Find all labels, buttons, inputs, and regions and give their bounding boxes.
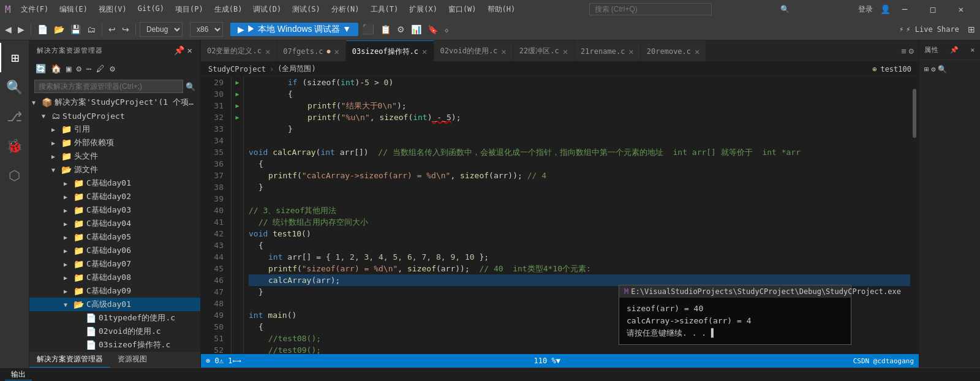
home-icon[interactable]: 🏠 xyxy=(50,62,62,75)
tab-buffer[interactable]: 22缓冲区.c ✕ xyxy=(513,40,575,62)
dots-icon[interactable]: ⋯ xyxy=(85,62,92,75)
toolbar-icon-2[interactable]: ⚙ xyxy=(394,23,407,36)
tab-fgets[interactable]: 07fgets.c ● ✕ xyxy=(277,40,346,62)
git-icon[interactable]: ⎇ xyxy=(0,102,29,131)
toolbar-icon-1[interactable]: 📋 xyxy=(378,23,393,36)
tab-buffer-close[interactable]: ✕ xyxy=(563,47,568,56)
toolbar-icon-3[interactable]: 📊 xyxy=(409,23,424,36)
new-file-button[interactable]: 📄 xyxy=(35,23,50,36)
sidebar-item-headers[interactable]: ▶ 📁 头文件 xyxy=(29,149,200,163)
menu-build[interactable]: 生成(B) xyxy=(209,3,247,16)
settings-icon[interactable]: ⚙ xyxy=(108,62,116,75)
forward-button[interactable]: ▶ xyxy=(15,23,27,36)
redo-button[interactable]: ↪ xyxy=(119,23,132,36)
sync-icon[interactable]: 🔄 xyxy=(34,62,47,75)
stop-button[interactable]: ⬛ xyxy=(360,22,377,36)
sidebar-item-external[interactable]: ▶ 📁 外部依赖项 xyxy=(29,136,200,149)
open-button[interactable]: 📂 xyxy=(51,23,67,36)
breadcrumb-function[interactable]: test100 xyxy=(880,65,911,74)
tab-sizeof[interactable]: 03sizeof操作符.c ✕ xyxy=(346,40,434,62)
sidebar-item-ref[interactable]: ▶ 📁 引用 xyxy=(29,123,200,136)
editor-scrollbar[interactable] xyxy=(910,77,919,354)
menu-project[interactable]: 项目(P) xyxy=(170,3,208,16)
nav-back-button[interactable]: ← xyxy=(232,356,236,365)
tab-settings-icon[interactable]: ⚙ xyxy=(909,46,914,56)
close-button[interactable]: ✕ xyxy=(947,0,975,18)
props-sort-icon[interactable]: ⊞ xyxy=(924,65,929,74)
tab-rename[interactable]: 21rename.c ✕ xyxy=(575,40,641,62)
menu-window[interactable]: 窗口(W) xyxy=(443,3,481,16)
scrollbar-thumb[interactable] xyxy=(913,89,916,138)
menu-test[interactable]: 测试(S) xyxy=(287,3,325,16)
tab-void-close[interactable]: ✕ xyxy=(501,47,506,56)
nav-fwd-button[interactable]: → xyxy=(237,356,241,365)
menu-bar[interactable]: 文件(F) 编辑(E) 视图(V) Git(G) 项目(P) 生成(B) 调试(… xyxy=(16,3,521,16)
properties-pin-icon[interactable]: 📌 xyxy=(950,46,959,54)
tab-variables-close[interactable]: ✕ xyxy=(265,47,270,56)
tab-remove-close[interactable]: ✕ xyxy=(695,47,699,56)
tab-rename-close[interactable]: ✕ xyxy=(628,47,633,56)
menu-view[interactable]: 视图(V) xyxy=(94,3,132,16)
toolbar-icon-4[interactable]: 🔖 xyxy=(425,23,440,36)
toolbar-icon-5[interactable]: ⬦ xyxy=(442,23,451,36)
run-debug-button[interactable]: ▶ ▶ 本地 Windows 调试器 ▼ xyxy=(230,23,358,36)
minimize-button[interactable]: ─ xyxy=(891,0,919,18)
filter-icon[interactable]: ⚙ xyxy=(75,62,82,75)
tab-void[interactable]: 02void的使用.c ✕ xyxy=(434,40,513,62)
menu-help[interactable]: 帮助(H) xyxy=(483,3,521,16)
login-button[interactable]: 登录 xyxy=(858,4,873,15)
props-search-icon[interactable]: 🔍 xyxy=(938,65,947,74)
output-tab[interactable]: 输出 xyxy=(5,369,32,380)
tab-filter-icon[interactable]: ≡ xyxy=(901,46,906,56)
title-search-input[interactable] xyxy=(589,3,712,15)
sidebar-item-sizeof[interactable]: ▶ 📄 03sizeof操作符.c xyxy=(29,338,200,351)
fold-42[interactable]: ▶ xyxy=(232,100,243,111)
sidebar-pin-icon[interactable]: 📌 xyxy=(174,45,185,55)
zoom-dropdown-icon[interactable]: ▼ xyxy=(556,356,560,365)
solution-explorer-tab[interactable]: 解决方案资源管理器 xyxy=(29,352,110,368)
collapse-icon[interactable]: ▣ xyxy=(65,62,72,75)
undo-button[interactable]: ↩ xyxy=(106,23,118,36)
save-all-button[interactable]: 🗂 xyxy=(85,23,98,36)
menu-edit[interactable]: 编辑(E) xyxy=(55,3,92,16)
menu-tools[interactable]: 工具(T) xyxy=(366,3,404,16)
errors-badge[interactable]: ⊗ 0 xyxy=(206,356,219,365)
sidebar-item-day09[interactable]: ▶ 📁 C基础day09 xyxy=(29,284,200,298)
fold-35[interactable]: ▶ xyxy=(232,88,243,100)
debug-config-dropdown[interactable]: Debug xyxy=(140,22,183,37)
sidebar-item-typedef[interactable]: ▶ 📄 01typedef的使用.c xyxy=(29,311,200,325)
tab-variables[interactable]: 02变量的定义.c ✕ xyxy=(201,40,277,62)
sidebar-item-day07[interactable]: ▶ 📁 C基础day07 xyxy=(29,257,200,271)
tab-fgets-close[interactable]: ✕ xyxy=(334,47,339,56)
extensions-icon[interactable]: ⬡ xyxy=(0,160,29,190)
tab-sizeof-close[interactable]: ✕ xyxy=(422,47,427,56)
fold-29[interactable]: ▶ xyxy=(232,77,243,88)
save-button[interactable]: 💾 xyxy=(68,23,83,36)
menu-analyze[interactable]: 分析(N) xyxy=(326,3,364,16)
fold-49[interactable]: ▶ xyxy=(232,111,243,123)
sidebar-search-icon[interactable]: 🔍 xyxy=(186,82,195,91)
sidebar-search-input[interactable] xyxy=(34,80,183,93)
explorer-icon[interactable]: ⊞ xyxy=(0,43,29,72)
resource-view-tab[interactable]: 资源视图 xyxy=(110,352,154,368)
sidebar-item-sources[interactable]: ▼ 📂 源文件 xyxy=(29,163,200,176)
live-share-button[interactable]: ⚡ ⚡ Live Share xyxy=(894,24,964,35)
sidebar-item-day01[interactable]: ▶ 📁 C基础day01 xyxy=(29,176,200,190)
sidebar-item-day05[interactable]: ▶ 📁 C基础day05 xyxy=(29,230,200,244)
menu-git[interactable]: Git(G) xyxy=(133,3,169,16)
properties-close-icon[interactable]: ✕ xyxy=(970,46,975,54)
tab-remove[interactable]: 20remove.c ✕ xyxy=(641,40,707,62)
props-filter-icon[interactable]: ⚙ xyxy=(931,65,935,74)
search-activity-icon[interactable]: 🔍 xyxy=(0,72,29,102)
user-icon[interactable]: 👤 xyxy=(880,4,891,14)
breadcrumb-project[interactable]: StudyCProject xyxy=(208,65,266,74)
menu-debug[interactable]: 调试(D) xyxy=(248,3,286,16)
menu-extensions[interactable]: 扩展(X) xyxy=(404,3,442,16)
debug-activity-icon[interactable]: 🐞 xyxy=(0,131,29,160)
sidebar-item-day06[interactable]: ▶ 📁 C基础day06 xyxy=(29,244,200,257)
warnings-badge[interactable]: ⚠ 1 xyxy=(219,356,233,365)
maximize-button[interactable]: □ xyxy=(919,0,947,18)
platform-dropdown[interactable]: x86 xyxy=(190,22,223,37)
sidebar-item-void[interactable]: ▶ 📄 02void的使用.c xyxy=(29,325,200,338)
zoom-level[interactable]: 110 % xyxy=(534,356,556,365)
